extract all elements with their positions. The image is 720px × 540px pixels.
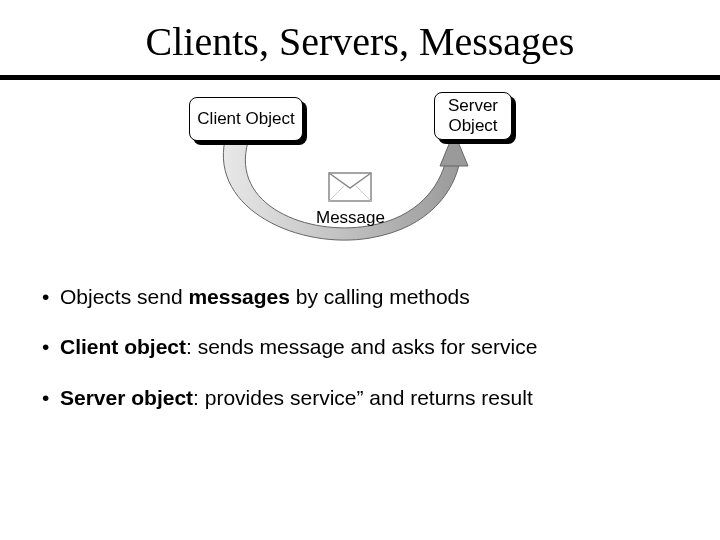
bullet-pre: Objects send — [60, 285, 188, 308]
server-object-box: Server Object — [434, 92, 512, 140]
bullet-list: Objects send messages by calling methods… — [0, 270, 720, 411]
diagram-area: Client Object Server Object Message — [0, 80, 720, 270]
list-item: Server object: provides service” and ret… — [42, 385, 690, 411]
client-object-box: Client Object — [189, 97, 303, 141]
bullet-bold: messages — [188, 285, 290, 308]
bullet-post: : provides service” and returns result — [193, 386, 533, 409]
bullet-post: : sends message and asks for service — [186, 335, 537, 358]
envelope-icon — [328, 172, 372, 202]
message-label: Message — [316, 208, 385, 228]
list-item: Client object: sends message and asks fo… — [42, 334, 690, 360]
slide-title: Clients, Servers, Messages — [0, 0, 720, 75]
bullet-bold: Server object — [60, 386, 193, 409]
server-object-label: Server Object — [448, 96, 498, 135]
list-item: Objects send messages by calling methods — [42, 284, 690, 310]
bullet-bold: Client object — [60, 335, 186, 358]
bullet-post: by calling methods — [290, 285, 470, 308]
client-object-label: Client Object — [197, 109, 294, 129]
